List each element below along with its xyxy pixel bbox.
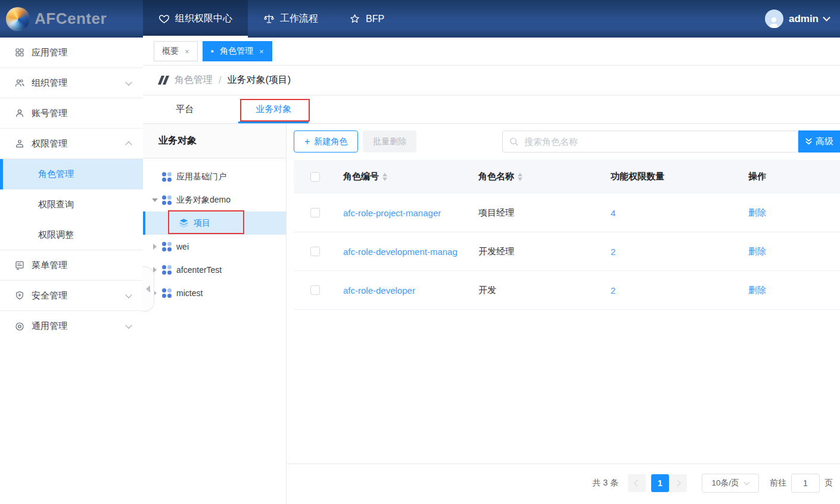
tree-node-mictest[interactable]: mictest <box>143 281 286 304</box>
role-code-link[interactable]: afc-role-project-manager <box>343 208 478 218</box>
page-suffix: 页 <box>825 478 833 489</box>
advanced-button[interactable]: 高级 <box>798 130 840 153</box>
app-icon <box>162 242 172 251</box>
tree-node-app-base-portal[interactable]: 应用基础门户 <box>143 165 286 188</box>
open-tabs-bar: 概要 × ● 角色管理 × <box>143 38 840 66</box>
sidebar-item-role-management[interactable]: 角色管理 <box>0 159 143 189</box>
menu-doc-icon <box>14 260 25 270</box>
sidebar-item-label: 角色管理 <box>38 169 74 180</box>
heart-badge-icon <box>158 13 170 24</box>
sidebar-item-permission-query[interactable]: 权限查询 <box>0 189 143 220</box>
row-checkbox[interactable] <box>310 208 320 217</box>
row-checkbox[interactable] <box>310 285 320 295</box>
chevron-down-icon <box>823 14 830 21</box>
tree-node-label: wei <box>176 242 189 251</box>
user-menu[interactable]: admin <box>765 0 840 38</box>
expand-arrow-icon[interactable] <box>150 244 160 250</box>
sidebar-item-app-management[interactable]: 应用管理 <box>0 38 143 68</box>
new-role-button[interactable]: + 新建角色 <box>294 130 358 153</box>
tab-label: 平台 <box>176 104 194 115</box>
close-icon[interactable]: × <box>185 47 189 56</box>
page-size-select[interactable]: 10条/页 <box>702 474 759 493</box>
column-header-role-name[interactable]: 角色名称 <box>478 171 611 182</box>
prev-page-button[interactable] <box>628 474 646 492</box>
tree-node-business-object-demo[interactable]: 业务对象demo <box>143 188 286 211</box>
close-icon[interactable]: × <box>259 47 264 56</box>
chevron-left-icon <box>634 480 640 486</box>
sidebar-item-org-management[interactable]: 组织管理 <box>0 68 143 98</box>
table-row: afc-role-project-manager 项目经理 4 删除 <box>294 194 840 232</box>
sidebar-item-permission-adjust[interactable]: 权限调整 <box>0 220 143 250</box>
batch-delete-button[interactable]: 批量删除 <box>363 130 416 153</box>
tab-chip-overview[interactable]: 概要 × <box>154 41 198 61</box>
user-name: admin <box>789 13 819 25</box>
tree-panel-title: 业务对象 <box>143 124 286 158</box>
tree-node-wei[interactable]: wei <box>143 235 286 258</box>
tab-label: 业务对象 <box>256 104 291 115</box>
plus-icon: + <box>304 136 310 147</box>
sort-icon[interactable] <box>518 173 522 181</box>
app-icon <box>162 288 172 298</box>
delete-link[interactable]: 删除 <box>748 207 840 219</box>
sidebar-item-account-management[interactable]: 账号管理 <box>0 98 143 129</box>
sidebar-item-security-management[interactable]: 安全管理 <box>0 281 143 311</box>
tab-platform[interactable]: 平台 <box>167 95 203 123</box>
afcenter-logo-icon <box>6 7 30 31</box>
tab-business-object[interactable]: 业务对象 <box>238 95 309 123</box>
permission-count-link[interactable]: 2 <box>611 285 748 295</box>
nav-item-workflow[interactable]: 工作流程 <box>248 0 334 38</box>
select-all-checkbox[interactable] <box>310 172 320 182</box>
double-chevron-down-icon <box>805 138 813 145</box>
delete-link[interactable]: 删除 <box>748 246 840 257</box>
sidebar-item-permission-management[interactable]: 权限管理 <box>0 129 143 159</box>
role-name: 项目经理 <box>478 207 611 219</box>
nav-item-label: 组织权限中心 <box>175 13 232 25</box>
role-code-link[interactable]: afc-role-development-manag <box>343 247 478 257</box>
people-icon <box>14 77 25 88</box>
search-icon <box>509 136 519 147</box>
role-code-link[interactable]: afc-role-developer <box>343 285 478 295</box>
goto-page-input[interactable] <box>791 474 820 493</box>
tree-node-project[interactable]: 项目 <box>143 211 286 235</box>
column-header-role-code[interactable]: 角色编号 <box>343 171 478 182</box>
sidebar-item-label: 通用管理 <box>32 321 120 332</box>
breadcrumb-slashes-icon <box>160 76 167 85</box>
tab-chip-label: 角色管理 <box>220 46 253 57</box>
tab-chip-label: 概要 <box>162 46 179 57</box>
scale-icon <box>263 13 275 24</box>
permission-count-link[interactable]: 4 <box>611 208 748 218</box>
breadcrumb-current: 业务对象(项目) <box>227 74 291 86</box>
roles-table: 角色编号 角色名称 功能权限数量 操作 a <box>294 160 840 310</box>
nav-item-bfp[interactable]: BFP <box>334 0 400 38</box>
tab-chip-role-management[interactable]: ● 角色管理 × <box>203 41 272 61</box>
chevron-down-icon <box>125 291 132 298</box>
breadcrumb: 角色管理 / 业务对象(项目) <box>143 66 840 95</box>
sidebar-item-label: 安全管理 <box>32 290 120 301</box>
page-number-button[interactable]: 1 <box>651 474 669 492</box>
sidebar-item-label: 组织管理 <box>32 77 120 89</box>
top-navbar: AFCenter 组织权限中心 工作流程 BFP admin <box>0 0 840 38</box>
row-checkbox[interactable] <box>310 247 320 256</box>
page-size-value: 10条/页 <box>712 478 739 489</box>
tree-node-afcentertest[interactable]: afcenterTest <box>143 258 286 281</box>
brand-name: AFCenter <box>35 10 107 28</box>
nav-item-org-permission-center[interactable]: 组织权限中心 <box>143 0 248 38</box>
sort-icon[interactable] <box>382 173 387 181</box>
total-count: 共 3 条 <box>592 478 618 489</box>
app-icon <box>162 172 172 182</box>
next-page-button[interactable] <box>669 474 687 492</box>
chevron-up-icon <box>125 141 132 148</box>
breadcrumb-separator: / <box>219 75 221 86</box>
permission-count-link[interactable]: 2 <box>611 247 748 257</box>
table-header-row: 角色编号 角色名称 功能权限数量 操作 <box>294 160 840 194</box>
sidebar-item-menu-management[interactable]: 菜单管理 <box>0 250 143 281</box>
expand-arrow-icon[interactable] <box>150 197 160 203</box>
sidebar-item-general-management[interactable]: 通用管理 <box>0 311 143 341</box>
toolbar: + 新建角色 批量删除 高级 <box>287 130 840 153</box>
breadcrumb-parent[interactable]: 角色管理 <box>175 74 213 86</box>
search-input[interactable] <box>502 130 798 153</box>
delete-link[interactable]: 删除 <box>748 285 840 296</box>
sidebar-item-label: 应用管理 <box>32 47 131 58</box>
new-role-label: 新建角色 <box>314 136 347 147</box>
sidebar-collapse-handle[interactable] <box>142 266 154 312</box>
